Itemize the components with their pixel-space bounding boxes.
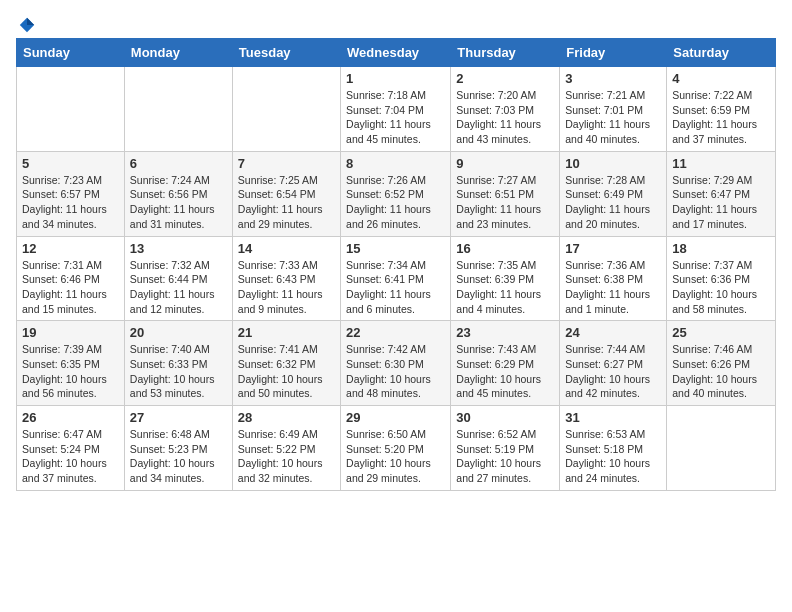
- day-cell: 5Sunrise: 7:23 AM Sunset: 6:57 PM Daylig…: [17, 151, 125, 236]
- day-number: 31: [565, 410, 661, 425]
- day-info: Sunrise: 6:47 AM Sunset: 5:24 PM Dayligh…: [22, 427, 119, 486]
- day-info: Sunrise: 6:52 AM Sunset: 5:19 PM Dayligh…: [456, 427, 554, 486]
- day-cell: 19Sunrise: 7:39 AM Sunset: 6:35 PM Dayli…: [17, 321, 125, 406]
- day-info: Sunrise: 7:27 AM Sunset: 6:51 PM Dayligh…: [456, 173, 554, 232]
- day-info: Sunrise: 7:33 AM Sunset: 6:43 PM Dayligh…: [238, 258, 335, 317]
- day-cell: 8Sunrise: 7:26 AM Sunset: 6:52 PM Daylig…: [341, 151, 451, 236]
- weekday-header-saturday: Saturday: [667, 39, 776, 67]
- day-number: 2: [456, 71, 554, 86]
- day-cell: 13Sunrise: 7:32 AM Sunset: 6:44 PM Dayli…: [124, 236, 232, 321]
- day-number: 22: [346, 325, 445, 340]
- day-number: 25: [672, 325, 770, 340]
- day-info: Sunrise: 6:48 AM Sunset: 5:23 PM Dayligh…: [130, 427, 227, 486]
- day-info: Sunrise: 7:34 AM Sunset: 6:41 PM Dayligh…: [346, 258, 445, 317]
- day-info: Sunrise: 7:23 AM Sunset: 6:57 PM Dayligh…: [22, 173, 119, 232]
- day-cell: 28Sunrise: 6:49 AM Sunset: 5:22 PM Dayli…: [232, 406, 340, 491]
- day-info: Sunrise: 7:43 AM Sunset: 6:29 PM Dayligh…: [456, 342, 554, 401]
- day-number: 3: [565, 71, 661, 86]
- day-cell: 18Sunrise: 7:37 AM Sunset: 6:36 PM Dayli…: [667, 236, 776, 321]
- day-number: 5: [22, 156, 119, 171]
- day-number: 15: [346, 241, 445, 256]
- day-info: Sunrise: 7:26 AM Sunset: 6:52 PM Dayligh…: [346, 173, 445, 232]
- day-cell: 14Sunrise: 7:33 AM Sunset: 6:43 PM Dayli…: [232, 236, 340, 321]
- day-info: Sunrise: 6:49 AM Sunset: 5:22 PM Dayligh…: [238, 427, 335, 486]
- day-number: 17: [565, 241, 661, 256]
- day-info: Sunrise: 7:44 AM Sunset: 6:27 PM Dayligh…: [565, 342, 661, 401]
- day-info: Sunrise: 7:42 AM Sunset: 6:30 PM Dayligh…: [346, 342, 445, 401]
- weekday-header-monday: Monday: [124, 39, 232, 67]
- day-info: Sunrise: 7:39 AM Sunset: 6:35 PM Dayligh…: [22, 342, 119, 401]
- day-number: 21: [238, 325, 335, 340]
- day-cell: 31Sunrise: 6:53 AM Sunset: 5:18 PM Dayli…: [560, 406, 667, 491]
- day-info: Sunrise: 7:40 AM Sunset: 6:33 PM Dayligh…: [130, 342, 227, 401]
- day-number: 13: [130, 241, 227, 256]
- day-number: 30: [456, 410, 554, 425]
- day-number: 12: [22, 241, 119, 256]
- calendar-table: SundayMondayTuesdayWednesdayThursdayFrid…: [16, 38, 776, 491]
- weekday-header-sunday: Sunday: [17, 39, 125, 67]
- day-info: Sunrise: 6:53 AM Sunset: 5:18 PM Dayligh…: [565, 427, 661, 486]
- day-cell: 25Sunrise: 7:46 AM Sunset: 6:26 PM Dayli…: [667, 321, 776, 406]
- week-row-4: 19Sunrise: 7:39 AM Sunset: 6:35 PM Dayli…: [17, 321, 776, 406]
- day-cell: 11Sunrise: 7:29 AM Sunset: 6:47 PM Dayli…: [667, 151, 776, 236]
- day-cell: 17Sunrise: 7:36 AM Sunset: 6:38 PM Dayli…: [560, 236, 667, 321]
- day-info: Sunrise: 7:36 AM Sunset: 6:38 PM Dayligh…: [565, 258, 661, 317]
- day-cell: 20Sunrise: 7:40 AM Sunset: 6:33 PM Dayli…: [124, 321, 232, 406]
- day-info: Sunrise: 7:31 AM Sunset: 6:46 PM Dayligh…: [22, 258, 119, 317]
- day-number: 16: [456, 241, 554, 256]
- day-cell: 16Sunrise: 7:35 AM Sunset: 6:39 PM Dayli…: [451, 236, 560, 321]
- day-number: 11: [672, 156, 770, 171]
- day-info: Sunrise: 7:46 AM Sunset: 6:26 PM Dayligh…: [672, 342, 770, 401]
- weekday-header-tuesday: Tuesday: [232, 39, 340, 67]
- day-cell: 26Sunrise: 6:47 AM Sunset: 5:24 PM Dayli…: [17, 406, 125, 491]
- week-row-2: 5Sunrise: 7:23 AM Sunset: 6:57 PM Daylig…: [17, 151, 776, 236]
- day-info: Sunrise: 7:25 AM Sunset: 6:54 PM Dayligh…: [238, 173, 335, 232]
- day-cell: 27Sunrise: 6:48 AM Sunset: 5:23 PM Dayli…: [124, 406, 232, 491]
- day-number: 6: [130, 156, 227, 171]
- day-number: 29: [346, 410, 445, 425]
- week-row-5: 26Sunrise: 6:47 AM Sunset: 5:24 PM Dayli…: [17, 406, 776, 491]
- day-cell: 1Sunrise: 7:18 AM Sunset: 7:04 PM Daylig…: [341, 67, 451, 152]
- day-number: 23: [456, 325, 554, 340]
- day-cell: [667, 406, 776, 491]
- day-number: 19: [22, 325, 119, 340]
- day-info: Sunrise: 6:50 AM Sunset: 5:20 PM Dayligh…: [346, 427, 445, 486]
- weekday-header-row: SundayMondayTuesdayWednesdayThursdayFrid…: [17, 39, 776, 67]
- day-cell: 24Sunrise: 7:44 AM Sunset: 6:27 PM Dayli…: [560, 321, 667, 406]
- day-cell: 22Sunrise: 7:42 AM Sunset: 6:30 PM Dayli…: [341, 321, 451, 406]
- day-info: Sunrise: 7:22 AM Sunset: 6:59 PM Dayligh…: [672, 88, 770, 147]
- day-cell: 15Sunrise: 7:34 AM Sunset: 6:41 PM Dayli…: [341, 236, 451, 321]
- day-cell: 30Sunrise: 6:52 AM Sunset: 5:19 PM Dayli…: [451, 406, 560, 491]
- weekday-header-friday: Friday: [560, 39, 667, 67]
- day-number: 24: [565, 325, 661, 340]
- day-number: 18: [672, 241, 770, 256]
- day-number: 9: [456, 156, 554, 171]
- day-info: Sunrise: 7:29 AM Sunset: 6:47 PM Dayligh…: [672, 173, 770, 232]
- week-row-3: 12Sunrise: 7:31 AM Sunset: 6:46 PM Dayli…: [17, 236, 776, 321]
- weekday-header-thursday: Thursday: [451, 39, 560, 67]
- day-cell: 29Sunrise: 6:50 AM Sunset: 5:20 PM Dayli…: [341, 406, 451, 491]
- day-cell: 4Sunrise: 7:22 AM Sunset: 6:59 PM Daylig…: [667, 67, 776, 152]
- day-cell: 23Sunrise: 7:43 AM Sunset: 6:29 PM Dayli…: [451, 321, 560, 406]
- day-info: Sunrise: 7:35 AM Sunset: 6:39 PM Dayligh…: [456, 258, 554, 317]
- weekday-header-wednesday: Wednesday: [341, 39, 451, 67]
- svg-marker-1: [27, 18, 34, 25]
- day-cell: 10Sunrise: 7:28 AM Sunset: 6:49 PM Dayli…: [560, 151, 667, 236]
- day-cell: 21Sunrise: 7:41 AM Sunset: 6:32 PM Dayli…: [232, 321, 340, 406]
- day-number: 7: [238, 156, 335, 171]
- day-cell: 12Sunrise: 7:31 AM Sunset: 6:46 PM Dayli…: [17, 236, 125, 321]
- day-cell: [17, 67, 125, 152]
- day-info: Sunrise: 7:37 AM Sunset: 6:36 PM Dayligh…: [672, 258, 770, 317]
- day-info: Sunrise: 7:20 AM Sunset: 7:03 PM Dayligh…: [456, 88, 554, 147]
- day-number: 27: [130, 410, 227, 425]
- day-cell: 6Sunrise: 7:24 AM Sunset: 6:56 PM Daylig…: [124, 151, 232, 236]
- day-number: 20: [130, 325, 227, 340]
- day-number: 1: [346, 71, 445, 86]
- day-cell: 2Sunrise: 7:20 AM Sunset: 7:03 PM Daylig…: [451, 67, 560, 152]
- day-info: Sunrise: 7:32 AM Sunset: 6:44 PM Dayligh…: [130, 258, 227, 317]
- day-info: Sunrise: 7:24 AM Sunset: 6:56 PM Dayligh…: [130, 173, 227, 232]
- day-cell: 3Sunrise: 7:21 AM Sunset: 7:01 PM Daylig…: [560, 67, 667, 152]
- day-number: 10: [565, 156, 661, 171]
- week-row-1: 1Sunrise: 7:18 AM Sunset: 7:04 PM Daylig…: [17, 67, 776, 152]
- day-info: Sunrise: 7:21 AM Sunset: 7:01 PM Dayligh…: [565, 88, 661, 147]
